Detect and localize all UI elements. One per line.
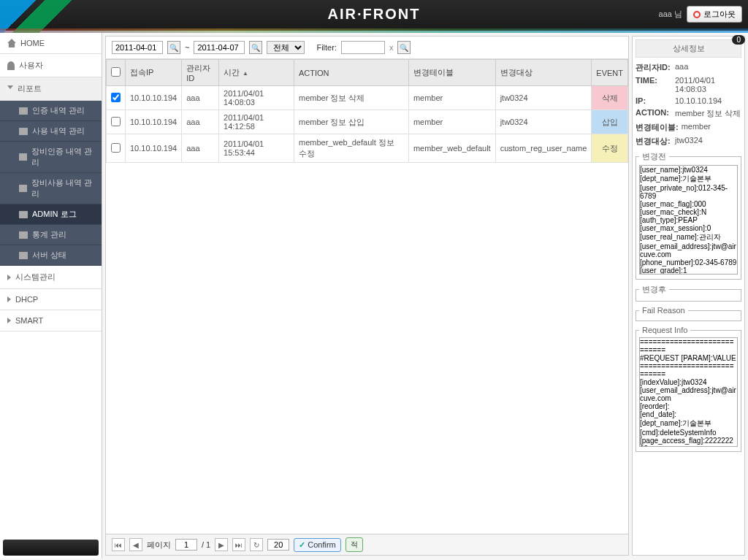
filter-clear[interactable]: x — [389, 43, 394, 52]
col-action[interactable]: ACTION — [294, 60, 409, 86]
user-label: aaa 님 — [659, 9, 682, 20]
nav-system[interactable]: 시스템관리 — [0, 266, 102, 289]
sub-admin-log[interactable]: ADMIN 로그 — [0, 204, 102, 225]
server-icon — [19, 252, 28, 259]
pager-last[interactable]: ⏭ — [232, 538, 245, 551]
logout-label: 로그아웃 — [703, 9, 736, 20]
scope-select[interactable]: 전체 — [267, 41, 305, 54]
cell-ip: 10.10.10.194 — [126, 134, 182, 163]
nav-report-label: 리포트 — [18, 83, 42, 94]
log-grid: 접속IP 관리자ID 시간 ACTION 변경테이블 변경대상 EVENT 10… — [106, 59, 628, 534]
content-panel: 🔍 ~ 🔍 전체 Filter: x 🔍 접속IP 관리자ID 시간 ACTIO… — [105, 36, 629, 556]
col-time[interactable]: 시간 — [219, 60, 294, 86]
before-legend: 변경전 — [639, 151, 669, 162]
request-legend: Request Info — [639, 326, 690, 334]
pager-size-input[interactable] — [267, 539, 289, 551]
nav-smart[interactable]: SMART — [0, 310, 102, 331]
sub-auth-log[interactable]: 인증 내역 관리 — [0, 101, 102, 121]
detail-time-value: 2011/04/01 14:08:03 — [675, 76, 741, 93]
col-target[interactable]: 변경대상 — [495, 60, 592, 86]
detail-title: 상세정보 — [636, 39, 741, 58]
pager: ⏮ ◀ 페이지 / 1 ▶ ⏭ ↻ Confirm 적 — [106, 534, 628, 555]
fail-fieldset: Fail Reason — [636, 306, 741, 321]
col-event[interactable]: EVENT — [592, 60, 628, 86]
cell-ip: 10.10.10.194 — [126, 110, 182, 134]
after-fieldset: 변경후 — [636, 284, 741, 302]
doc-icon — [19, 211, 28, 218]
detail-target-label: 변경대상: — [636, 136, 672, 147]
doc-icon — [19, 107, 28, 115]
cell-time: 2011/04/01 14:12:58 — [219, 110, 294, 134]
date-from-picker[interactable]: 🔍 — [167, 41, 180, 54]
date-range-tilde: ~ — [185, 43, 189, 52]
nav-report[interactable]: 리포트 — [0, 77, 102, 101]
filter-label: Filter: — [316, 43, 337, 52]
power-icon — [693, 11, 701, 18]
cell-action: member 정보 삭제 — [294, 86, 409, 110]
nav-home[interactable]: HOME — [0, 33, 102, 54]
sub-device-usage[interactable]: 장비사용 내역 관리 — [0, 173, 102, 204]
user-icon — [7, 61, 15, 70]
row-checkbox[interactable] — [111, 143, 121, 153]
chevron-right-icon — [7, 296, 11, 302]
row-checkbox[interactable] — [111, 117, 121, 126]
col-admin[interactable]: 관리자ID — [182, 60, 219, 86]
request-textarea[interactable] — [639, 337, 738, 447]
table-row[interactable]: 10.10.10.194aaa2011/04/01 14:08:03member… — [107, 86, 628, 110]
row-checkbox[interactable] — [111, 93, 121, 102]
pager-current-input[interactable] — [175, 539, 197, 551]
sidebar-footer — [3, 540, 99, 556]
cell-time: 2011/04/01 15:53:44 — [219, 134, 294, 163]
sub-stats[interactable]: 통계 관리 — [0, 225, 102, 245]
pager-confirm-button[interactable]: Confirm — [294, 538, 341, 552]
export-excel-button[interactable]: 적 — [346, 537, 363, 552]
doc-icon — [19, 128, 28, 135]
home-icon — [7, 39, 16, 47]
nav-user[interactable]: 사용자 — [0, 54, 102, 77]
table-row[interactable]: 10.10.10.194aaa2011/04/01 14:12:58member… — [107, 110, 628, 134]
nav-user-label: 사용자 — [19, 60, 43, 71]
date-to-picker[interactable]: 🔍 — [249, 41, 262, 54]
nav-smart-label: SMART — [15, 316, 43, 325]
col-table[interactable]: 변경테이블 — [408, 60, 495, 86]
sub-device-auth[interactable]: 장비인증 내역 관리 — [0, 142, 102, 173]
date-to-input[interactable] — [194, 41, 245, 54]
pager-next[interactable]: ▶ — [215, 538, 228, 551]
main-layout: HOME 사용자 리포트 인증 내역 관리 사용 내역 관리 장비인증 내역 관… — [0, 33, 748, 559]
nav-dhcp-label: DHCP — [15, 295, 38, 304]
chevron-right-icon — [7, 275, 11, 280]
logout-button[interactable]: 로그아웃 — [687, 6, 742, 23]
pager-refresh[interactable]: ↻ — [250, 538, 263, 551]
cell-table: member — [408, 110, 495, 134]
report-submenu: 인증 내역 관리 사용 내역 관리 장비인증 내역 관리 장비사용 내역 관리 … — [0, 101, 102, 266]
cell-action: member 정보 삽입 — [294, 110, 409, 134]
cell-ip: 10.10.10.194 — [126, 86, 182, 110]
nav-system-label: 시스템관리 — [15, 272, 56, 283]
detail-time-label: TIME: — [636, 76, 672, 93]
filter-input[interactable] — [341, 41, 385, 54]
request-fieldset: Request Info — [636, 326, 741, 452]
sub-server-status[interactable]: 서버 상태 — [0, 245, 102, 266]
sidebar: HOME 사용자 리포트 인증 내역 관리 사용 내역 관리 장비인증 내역 관… — [0, 33, 102, 559]
cell-table: member_web_default — [408, 134, 495, 163]
cell-action: member_web_default 정보 수정 — [294, 134, 409, 163]
date-from-input[interactable] — [112, 41, 163, 54]
filter-search-button[interactable]: 🔍 — [397, 41, 411, 54]
col-ip[interactable]: 접속IP — [126, 60, 182, 86]
nav-home-label: HOME — [20, 39, 45, 47]
detail-admin-value: aaa — [675, 62, 688, 73]
detail-ip-value: 10.10.10.194 — [675, 96, 722, 105]
table-row[interactable]: 10.10.10.194aaa2011/04/01 15:53:44member… — [107, 134, 628, 163]
pager-prev[interactable]: ◀ — [129, 538, 142, 551]
select-all-checkbox[interactable] — [111, 67, 121, 77]
pager-first[interactable]: ⏮ — [112, 538, 125, 551]
detail-table-label: 변경테이블: — [636, 122, 679, 133]
sub-usage-log[interactable]: 사용 내역 관리 — [0, 121, 102, 142]
before-textarea[interactable] — [639, 165, 738, 275]
detail-ip-label: IP: — [636, 96, 672, 105]
detail-action-label: ACTION: — [636, 108, 672, 119]
nav-dhcp[interactable]: DHCP — [0, 289, 102, 310]
cell-admin: aaa — [182, 86, 219, 110]
cell-time: 2011/04/01 14:08:03 — [219, 86, 294, 110]
notification-counter[interactable]: 0 — [732, 35, 745, 45]
